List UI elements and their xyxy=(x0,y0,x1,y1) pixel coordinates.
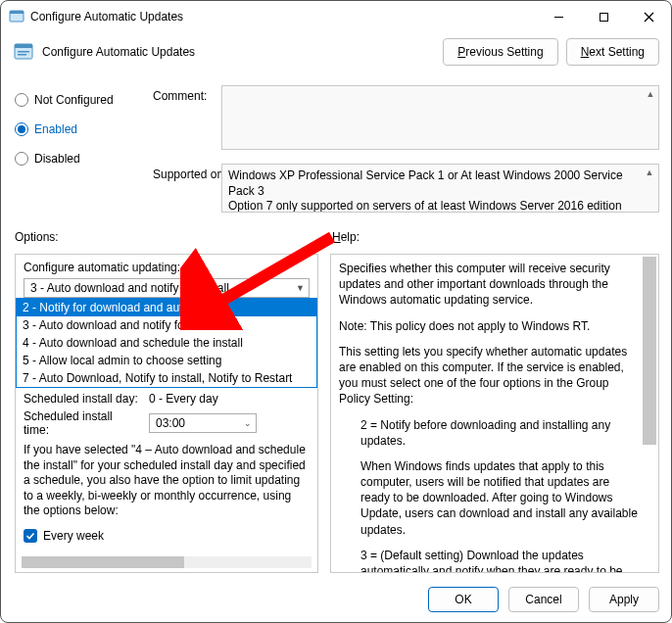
checkbox-checked-icon xyxy=(24,529,37,543)
apply-button[interactable]: Apply xyxy=(589,587,659,612)
scheduled-day-value: 0 - Every day xyxy=(149,392,218,406)
policy-state-group: Not Configured Enabled Disabled xyxy=(15,85,142,173)
radio-not-configured[interactable]: Not Configured xyxy=(15,85,142,115)
every-week-checkbox-row[interactable]: Every week xyxy=(24,529,310,543)
cancel-button[interactable]: Cancel xyxy=(508,587,579,612)
help-section-label: Help: xyxy=(332,230,360,244)
radio-enabled[interactable]: Enabled xyxy=(15,115,142,144)
svg-rect-1 xyxy=(10,11,24,14)
vertical-scrollbar[interactable] xyxy=(643,257,656,570)
help-paragraph: 3 = (Default setting) Download the updat… xyxy=(339,548,641,573)
chevron-down-icon: ▼ xyxy=(296,283,305,293)
maximize-button[interactable] xyxy=(581,1,626,32)
ok-button[interactable]: OK xyxy=(428,587,499,612)
header-title: Configure Automatic Updates xyxy=(42,45,195,59)
radio-label: Disabled xyxy=(34,152,80,166)
comment-label: Comment: xyxy=(153,89,207,103)
app-icon xyxy=(9,9,24,24)
configure-updating-dropdown: 2 - Notify for download and auto install… xyxy=(16,298,317,388)
scrollbar-thumb[interactable] xyxy=(22,556,184,568)
dropdown-item[interactable]: 2 - Notify for download and auto install xyxy=(17,299,316,316)
combo-value: 3 - Auto download and notify for install xyxy=(30,281,229,295)
help-paragraph: Specifies whether this computer will rec… xyxy=(339,261,641,309)
titlebar: Configure Automatic Updates xyxy=(1,1,671,32)
supported-on-text: Windows XP Professional Service Pack 1 o… xyxy=(228,168,623,213)
supported-on-label: Supported on: xyxy=(153,168,226,181)
window-title: Configure Automatic Updates xyxy=(30,10,536,24)
radio-icon xyxy=(15,93,28,107)
previous-setting-button[interactable]: Previous Setting xyxy=(443,38,557,66)
help-paragraph: When Windows finds updates that apply to… xyxy=(339,458,641,538)
scheduled-day-label: Scheduled install day: xyxy=(24,392,141,406)
policy-icon xyxy=(13,41,34,63)
svg-rect-3 xyxy=(600,13,607,21)
header-row: Configure Automatic Updates Previous Set… xyxy=(1,32,671,72)
options-paragraph: If you have selected "4 – Auto download … xyxy=(24,443,310,519)
svg-rect-8 xyxy=(18,51,29,53)
help-paragraph: 2 = Notify before downloading and instal… xyxy=(339,417,641,449)
help-panel: Specifies whether this computer will rec… xyxy=(330,254,659,573)
configure-updating-combo[interactable]: 3 - Auto download and notify for install… xyxy=(24,278,310,298)
minimize-button[interactable] xyxy=(536,1,581,32)
horizontal-scrollbar[interactable] xyxy=(22,556,312,568)
radio-icon xyxy=(15,152,28,166)
next-setting-button[interactable]: Next Setting xyxy=(566,38,659,66)
svg-rect-7 xyxy=(15,44,32,48)
radio-icon xyxy=(15,122,28,136)
dropdown-item[interactable]: 5 - Allow local admin to choose setting xyxy=(17,352,316,369)
help-paragraph: Note: This policy does not apply to Wind… xyxy=(339,318,641,334)
scroll-up-icon[interactable]: ▲ xyxy=(642,166,657,181)
svg-rect-9 xyxy=(18,54,26,56)
radio-disabled[interactable]: Disabled xyxy=(15,144,142,173)
scrollbar-thumb[interactable] xyxy=(643,257,656,445)
scheduled-time-combo[interactable]: 03:00 ⌄ xyxy=(149,413,257,433)
configure-updating-label: Configure automatic updating: xyxy=(24,261,310,274)
help-paragraph: This setting lets you specify whether au… xyxy=(339,344,641,407)
dropdown-item[interactable]: 7 - Auto Download, Notify to install, No… xyxy=(17,369,316,387)
options-panel: Configure automatic updating: 3 - Auto d… xyxy=(15,254,318,573)
dropdown-item[interactable]: 3 - Auto download and notify for install xyxy=(17,316,316,334)
chevron-down-icon: ⌄ xyxy=(244,418,252,428)
dropdown-item[interactable]: 4 - Auto download and schedule the insta… xyxy=(17,334,316,352)
comment-textarea[interactable]: ▲ xyxy=(221,85,659,150)
dialog-footer: OK Cancel Apply xyxy=(428,587,659,612)
radio-label: Enabled xyxy=(34,122,77,136)
options-section-label: Options: xyxy=(15,230,59,244)
scroll-up-icon[interactable]: ▲ xyxy=(643,86,658,102)
radio-label: Not Configured xyxy=(34,93,114,107)
combo-value: 03:00 xyxy=(156,416,185,430)
scheduled-time-label: Scheduled install time: xyxy=(24,409,141,437)
every-week-label: Every week xyxy=(43,529,104,543)
close-button[interactable] xyxy=(626,1,671,32)
supported-on-box: Windows XP Professional Service Pack 1 o… xyxy=(221,164,659,213)
